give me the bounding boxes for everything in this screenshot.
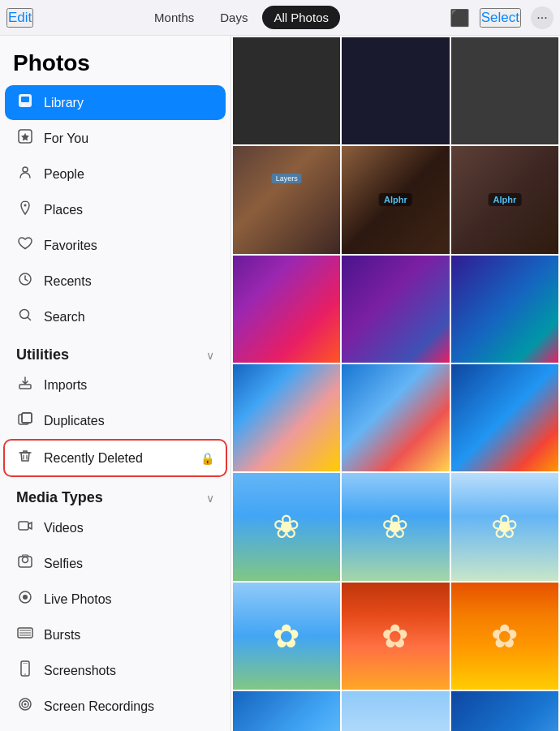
lock-icon: 🔒 bbox=[200, 452, 214, 465]
people-label: People bbox=[44, 167, 214, 182]
photo-cell[interactable] bbox=[342, 37, 449, 144]
photo-cell[interactable] bbox=[233, 583, 340, 690]
bursts-icon bbox=[16, 625, 34, 645]
recently-deleted-icon bbox=[16, 448, 34, 468]
places-label: Places bbox=[44, 203, 214, 217]
photo-cell[interactable] bbox=[342, 256, 449, 363]
photo-cell[interactable] bbox=[342, 146, 449, 253]
sidebar-item-duplicates[interactable]: Duplicates bbox=[5, 403, 226, 438]
favorites-label: Favorites bbox=[44, 239, 214, 253]
sidebar-item-library[interactable]: Library bbox=[5, 85, 226, 120]
top-bar: Edit Months Days All Photos ⬛ Select ··· bbox=[0, 0, 560, 36]
svg-point-16 bbox=[23, 595, 28, 600]
tv-icon: ⬛ bbox=[450, 8, 470, 28]
sidebar-item-recents[interactable]: Recents bbox=[5, 264, 226, 299]
sidebar-item-bursts[interactable]: Bursts bbox=[5, 617, 226, 652]
imports-label: Imports bbox=[44, 378, 214, 393]
photo-cell[interactable] bbox=[233, 146, 340, 253]
media-types-chevron: ∨ bbox=[206, 492, 214, 505]
videos-label: Videos bbox=[44, 521, 214, 535]
shared-albums-section-header[interactable]: Shared Albums › bbox=[5, 725, 226, 731]
photo-cell[interactable] bbox=[233, 364, 340, 471]
for-you-icon bbox=[16, 128, 34, 148]
sidebar-item-imports[interactable]: Imports bbox=[5, 368, 226, 402]
photo-cell[interactable] bbox=[233, 37, 340, 144]
recents-icon bbox=[16, 271, 34, 291]
svg-rect-20 bbox=[23, 663, 28, 664]
sidebar-item-selfies[interactable]: Selfies bbox=[5, 546, 226, 581]
live-photos-icon bbox=[16, 589, 34, 609]
svg-rect-14 bbox=[19, 557, 32, 567]
screen-recordings-label: Screen Recordings bbox=[44, 699, 214, 714]
top-bar-left: Edit bbox=[6, 8, 33, 28]
edit-button[interactable]: Edit bbox=[6, 8, 33, 28]
svg-rect-8 bbox=[19, 385, 31, 389]
photo-cell[interactable] bbox=[342, 364, 449, 471]
imports-icon bbox=[16, 375, 34, 395]
photo-cell[interactable] bbox=[451, 364, 558, 471]
recents-label: Recents bbox=[44, 274, 214, 289]
sidebar-item-screenshots[interactable]: Screenshots bbox=[5, 653, 226, 688]
screen-recordings-icon bbox=[16, 696, 34, 716]
svg-point-13 bbox=[23, 557, 28, 563]
photo-cell[interactable] bbox=[451, 583, 558, 690]
selfies-label: Selfies bbox=[44, 557, 214, 571]
search-icon bbox=[16, 307, 34, 327]
screenshots-label: Screenshots bbox=[44, 664, 214, 678]
photo-cell[interactable] bbox=[342, 583, 449, 690]
app-title: Photos bbox=[0, 36, 230, 84]
svg-point-23 bbox=[24, 703, 27, 706]
photo-cell[interactable] bbox=[451, 473, 558, 580]
photo-cell[interactable] bbox=[342, 473, 449, 580]
tab-days[interactable]: Days bbox=[209, 6, 259, 29]
screenshots-icon bbox=[16, 660, 34, 681]
tab-bar: Months Days All Photos bbox=[143, 6, 340, 29]
duplicates-label: Duplicates bbox=[44, 414, 214, 428]
sidebar-item-screen-recordings[interactable]: Screen Recordings bbox=[5, 689, 226, 724]
duplicates-icon bbox=[16, 411, 34, 431]
svg-rect-12 bbox=[19, 522, 28, 530]
bursts-label: Bursts bbox=[44, 628, 214, 643]
sidebar-item-recently-deleted[interactable]: Recently Deleted 🔒 bbox=[3, 439, 227, 477]
sidebar-item-search[interactable]: Search bbox=[5, 299, 226, 334]
top-bar-right: ⬛ Select ··· bbox=[450, 6, 554, 29]
sidebar-item-places[interactable]: Places bbox=[5, 192, 226, 227]
svg-rect-1 bbox=[21, 97, 29, 102]
search-label: Search bbox=[44, 310, 214, 325]
sidebar-item-people[interactable]: People bbox=[5, 157, 226, 191]
photo-cell[interactable] bbox=[451, 146, 558, 253]
select-button[interactable]: Select bbox=[480, 8, 521, 28]
photo-cell[interactable] bbox=[451, 691, 558, 731]
photo-cell[interactable] bbox=[233, 473, 340, 580]
sidebar: Photos Library For You bbox=[0, 36, 231, 731]
photo-cell[interactable] bbox=[233, 256, 340, 363]
library-label: Library bbox=[44, 96, 214, 110]
utilities-chevron: ∨ bbox=[206, 349, 214, 362]
utilities-section-header[interactable]: Utilities ∨ bbox=[5, 335, 226, 367]
svg-point-2 bbox=[23, 104, 25, 106]
media-types-section-header[interactable]: Media Types ∨ bbox=[5, 478, 226, 510]
sidebar-item-live-photos[interactable]: Live Photos bbox=[5, 582, 226, 617]
tab-months[interactable]: Months bbox=[143, 6, 205, 29]
recently-deleted-label: Recently Deleted bbox=[44, 451, 191, 466]
sidebar-item-videos[interactable]: Videos bbox=[5, 510, 226, 545]
videos-icon bbox=[16, 518, 34, 538]
media-types-title: Media Types bbox=[16, 489, 103, 506]
photo-grid bbox=[231, 36, 560, 731]
photo-cell[interactable] bbox=[451, 37, 558, 144]
main-container: Photos Library For You bbox=[0, 36, 560, 731]
photo-cell[interactable] bbox=[342, 691, 449, 731]
favorites-icon bbox=[16, 235, 34, 256]
live-photos-label: Live Photos bbox=[44, 592, 214, 607]
svg-point-5 bbox=[24, 204, 27, 207]
sidebar-item-favorites[interactable]: Favorites bbox=[5, 228, 226, 263]
grid-container bbox=[231, 36, 560, 731]
tab-all-photos[interactable]: All Photos bbox=[262, 6, 340, 29]
more-button[interactable]: ··· bbox=[531, 6, 554, 29]
places-icon bbox=[16, 200, 34, 220]
photo-cell[interactable] bbox=[451, 256, 558, 363]
sidebar-item-for-you[interactable]: For You bbox=[5, 121, 226, 156]
photo-cell[interactable] bbox=[233, 691, 340, 731]
svg-point-4 bbox=[23, 167, 28, 172]
svg-rect-10 bbox=[22, 413, 32, 423]
